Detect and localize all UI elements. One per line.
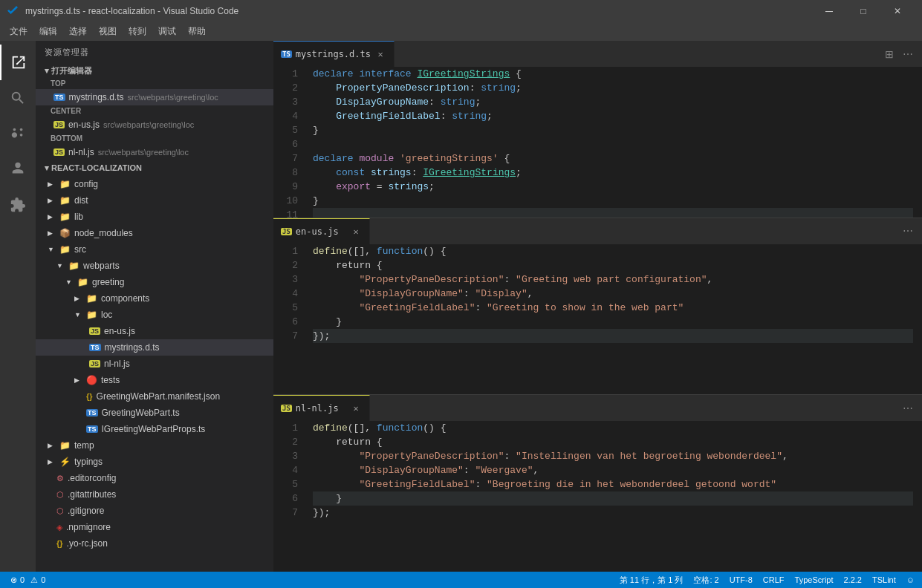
- warning-count: 0: [41, 575, 45, 584]
- file-label-en: en-us.js: [68, 120, 100, 130]
- tab-mystrings[interactable]: TS mystrings.d.ts ✕: [273, 41, 395, 67]
- menu-goto[interactable]: 转到: [123, 23, 152, 40]
- code-line: "GreetingFieldLabel": "Begroeting die in…: [313, 477, 913, 491]
- line-col-status[interactable]: 第 11 行，第 1 列: [620, 575, 684, 586]
- tree-webparts[interactable]: ▼ 📁 webparts: [36, 258, 273, 274]
- arrow-icon: ▶: [48, 213, 59, 220]
- tab-en-us[interactable]: JS en-us.js ✕: [273, 218, 370, 244]
- encoding-status[interactable]: UTF-8: [730, 575, 753, 584]
- tab-close-icon-en[interactable]: ✕: [350, 226, 362, 238]
- arrow-icon: ▶: [48, 442, 59, 449]
- tab-close-icon[interactable]: ✕: [374, 48, 386, 60]
- tree-components[interactable]: ▶ 📁 components: [36, 290, 273, 307]
- arrow-icon: ▶: [48, 458, 59, 466]
- tree-manifest[interactable]: {} GreetingWebPart.manifest.json: [36, 388, 273, 405]
- tree-en-us[interactable]: JS en-us.js: [36, 323, 273, 339]
- tab-nl-nl[interactable]: JS nl-nl.js ✕: [273, 395, 370, 421]
- minimize-button[interactable]: ─: [812, 0, 846, 22]
- tree-tests[interactable]: ▶ 🔴 tests: [36, 372, 273, 388]
- code-line: }: [313, 194, 913, 208]
- folder-label: node_modules: [74, 228, 133, 238]
- arrow-icon: ▶: [48, 197, 59, 204]
- code-line: "PropertyPaneDescription": "Instellingen…: [313, 449, 913, 463]
- menu-debug[interactable]: 调试: [152, 23, 182, 40]
- debug-icon[interactable]: [0, 151, 36, 187]
- tree-gitattributes[interactable]: ⬡ .gitattributes: [36, 486, 273, 503]
- code-line: define([], function() {: [313, 244, 913, 258]
- tree-dist[interactable]: ▶ 📁 dist: [36, 192, 273, 209]
- menu-view[interactable]: 视图: [93, 23, 123, 40]
- status-errors[interactable]: ⊗ 0 ⚠ 0: [7, 575, 48, 585]
- open-file-mystrings[interactable]: TS mystrings.d.ts src\webparts\greeting\…: [36, 89, 273, 105]
- tree-temp[interactable]: ▶ 📁 temp: [36, 437, 273, 454]
- maximize-button[interactable]: □: [846, 0, 880, 22]
- tree-greeting-wp[interactable]: TS GreetingWebPart.ts: [36, 405, 273, 421]
- arrow-icon: ▶: [48, 180, 59, 188]
- folder-icon: 📁: [59, 244, 71, 255]
- menu-help[interactable]: 帮助: [182, 23, 212, 40]
- code-line: }: [313, 123, 913, 137]
- file-label: .gitattributes: [68, 489, 116, 500]
- open-file-en-us[interactable]: JS en-us.js src\webparts\greeting\loc: [36, 117, 273, 133]
- tree-mystrings[interactable]: TS mystrings.d.ts: [36, 339, 273, 356]
- more-actions-icon[interactable]: ⋯: [900, 47, 916, 62]
- folder-label: typings: [74, 457, 103, 467]
- arrow-icon: ▼: [48, 246, 59, 253]
- explorer-icon[interactable]: [0, 45, 36, 80]
- tree-loc[interactable]: ▼ 📁 loc: [36, 307, 273, 323]
- main-area: 资源管理器 ▾ 打开编辑器 TOP TS mystrings.d.ts src\…: [0, 41, 922, 572]
- tslint-status[interactable]: TSLint: [872, 575, 896, 584]
- spaces-status[interactable]: 空格: 2: [693, 575, 718, 586]
- editor-content-middle[interactable]: 1234567 define([], function() { return {…: [273, 244, 922, 395]
- open-file-nl-nl[interactable]: JS nl-nl.js src\webparts\greeting\loc: [36, 144, 273, 160]
- close-button[interactable]: ✕: [880, 0, 915, 22]
- tree-config[interactable]: ▶ 📁 config: [36, 176, 273, 192]
- more-actions-icon-bottom[interactable]: ⋯: [900, 401, 916, 416]
- file-label: GreetingWebPart.manifest.json: [97, 391, 221, 402]
- open-editors-header[interactable]: ▾ 打开编辑器: [36, 64, 273, 78]
- tab-bar-bottom: JS nl-nl.js ✕ ⋯: [273, 395, 922, 421]
- tree-yo-rc[interactable]: {} .yo-rc.json: [36, 535, 273, 552]
- tree-nl-nl[interactable]: JS nl-nl.js: [36, 356, 273, 372]
- project-header[interactable]: ▾ REACT-LOCALIZATION: [36, 160, 273, 176]
- menu-edit[interactable]: 编辑: [33, 23, 63, 40]
- line-ending-status[interactable]: CRLF: [763, 575, 785, 584]
- arrow-icon: ▶: [48, 229, 59, 237]
- js-tab-badge-nl: JS: [281, 405, 292, 412]
- split-editor-icon[interactable]: ⊞: [882, 47, 897, 62]
- tree-igreeting-props[interactable]: TS IGreetingWebPartProps.ts: [36, 421, 273, 437]
- tree-typings[interactable]: ▶ ⚡ typings: [36, 454, 273, 470]
- file-path-en: src\webparts\greeting\loc: [103, 120, 194, 129]
- folder-label: lib: [74, 212, 83, 222]
- arrow-icon: ▶: [74, 376, 86, 384]
- source-control-icon[interactable]: [0, 116, 36, 151]
- tree-npmignore[interactable]: ◈ .npmignore: [36, 519, 273, 535]
- more-actions-icon-middle[interactable]: ⋯: [900, 223, 916, 238]
- arrow-icon: ▶: [74, 295, 86, 302]
- tree-src[interactable]: ▼ 📁 src: [36, 241, 273, 258]
- tab-close-icon-nl[interactable]: ✕: [350, 402, 362, 414]
- js-file-badge-nl: JS: [89, 360, 100, 368]
- tree-lib[interactable]: ▶ 📁 lib: [36, 209, 273, 225]
- smiley-icon[interactable]: ☺: [906, 575, 915, 584]
- file-label-nl: nl-nl.js: [68, 147, 94, 157]
- tree-node-modules[interactable]: ▶ 📦 node_modules: [36, 225, 273, 241]
- arrow-icon: ▼: [56, 262, 68, 270]
- menu-select[interactable]: 选择: [63, 23, 93, 40]
- search-icon[interactable]: [0, 80, 36, 116]
- tree-greeting[interactable]: ▼ 📁 greeting: [36, 274, 273, 290]
- extensions-icon[interactable]: [0, 187, 36, 223]
- version-status[interactable]: 2.2.2: [844, 575, 862, 584]
- js-tab-badge: JS: [281, 228, 292, 235]
- js-file-badge: JS: [89, 327, 100, 335]
- menu-file[interactable]: 文件: [4, 23, 33, 40]
- language-status[interactable]: TypeScript: [795, 575, 834, 584]
- tree-gitignore[interactable]: ⬡ .gitignore: [36, 503, 273, 519]
- tree-editorconfig[interactable]: ⚙ .editorconfig: [36, 470, 273, 486]
- editor-content-top[interactable]: 12345 67891011 declare interface IGreeti…: [273, 67, 922, 218]
- ts-file-badge3: TS: [86, 425, 98, 433]
- editor-content-bottom[interactable]: 1234567 define([], function() { return {…: [273, 421, 922, 572]
- tab-name-nl: nl-nl.js: [296, 403, 339, 414]
- code-line: });: [313, 506, 913, 520]
- folder-icon: 📁: [59, 179, 71, 189]
